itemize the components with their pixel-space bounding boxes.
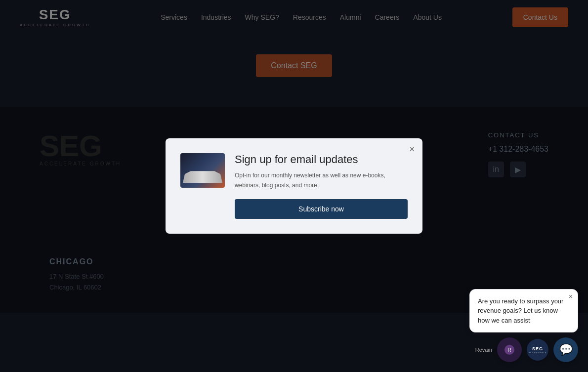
subscribe-button[interactable]: Subscribe now — [235, 199, 408, 219]
modal-title-bold: up for email updates — [259, 153, 358, 165]
car-image — [183, 171, 222, 186]
chat-bubble-close-button[interactable]: × — [569, 292, 573, 300]
chat-button-row: Revain R SEG ACCELERATE 💬 — [475, 337, 578, 362]
seg-badge-sub: ACCELERATE — [528, 351, 546, 354]
seg-chat-badge: SEG ACCELERATE — [527, 339, 548, 361]
modal-image — [180, 153, 225, 188]
revain-icon: R — [504, 344, 515, 356]
chat-icon: 💬 — [559, 343, 573, 356]
revain-button[interactable]: R — [497, 337, 522, 362]
email-signup-modal: × Sign up for email updates Opt-in for o… — [166, 138, 422, 233]
chat-bubble-text: Are you ready to surpass your revenue go… — [478, 297, 563, 324]
modal-description: Opt-in for our monthly newsletter as wel… — [235, 171, 408, 190]
seg-badge-text: SEG — [532, 346, 543, 351]
chat-widget: × Are you ready to surpass your revenue … — [469, 289, 578, 363]
modal-title-start: Sign — [235, 153, 259, 165]
chat-bubble: × Are you ready to surpass your revenue … — [469, 289, 578, 333]
svg-text:R: R — [507, 347, 511, 353]
modal-title: Sign up for email updates — [235, 153, 408, 166]
modal-content: Sign up for email updates Opt-in for our… — [235, 153, 408, 218]
modal-close-button[interactable]: × — [409, 144, 415, 155]
revain-label: Revain — [475, 347, 492, 353]
chat-open-button[interactable]: 💬 — [553, 337, 578, 362]
